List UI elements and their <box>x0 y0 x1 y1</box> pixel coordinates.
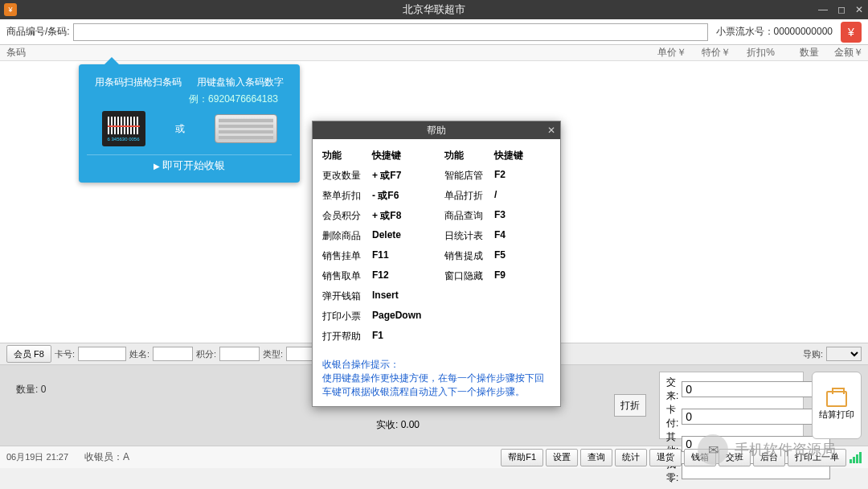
member-button[interactable]: 会员 F8 <box>6 345 51 363</box>
help-dialog: 帮助 ✕ 功能快捷键 更改数量+ 或F7整单折扣- 或F6会员积分+ 或F8删除… <box>312 121 561 407</box>
guide-select[interactable] <box>826 347 862 361</box>
barcode-icon: 6 345630 0056 <box>102 111 145 146</box>
minimize-button[interactable]: — <box>818 4 828 15</box>
name-label: 姓名: <box>129 348 149 360</box>
card-input[interactable] <box>78 347 126 361</box>
help-row: 会员积分+ 或F8 <box>322 206 428 226</box>
col-price: 单价￥ <box>647 46 691 60</box>
hint-tooltip: 用条码扫描枪扫条码 用键盘输入条码数字 例：6920476664183 6 34… <box>79 64 300 183</box>
qty-display: 数量: 0 <box>16 376 358 397</box>
help-row: 整单折扣- 或F6 <box>322 186 428 206</box>
window-title: 北京华联超市 <box>403 2 465 17</box>
maximize-button[interactable]: ◻ <box>837 4 845 15</box>
help-row: 商品查询F3 <box>444 206 551 226</box>
hint-type: 用键盘输入条码数字 <box>197 76 284 89</box>
app-icon: ¥ <box>4 3 17 16</box>
hint-example: 例：6920476664183 <box>87 92 292 106</box>
hint-scan: 用条码扫描枪扫条码 <box>95 76 182 89</box>
type-label: 类型: <box>263 348 283 360</box>
toolbar-button[interactable]: 帮助F1 <box>501 449 543 466</box>
grid-header: 条码 单价￥ 特价￥ 折扣% 数量 金额￥ <box>0 45 868 61</box>
toolbar-button[interactable]: 查询 <box>580 449 612 466</box>
datetime: 06月19日 21:27 <box>6 451 68 463</box>
guide-label: 导购: <box>803 348 823 360</box>
cash-label: 交来: <box>666 376 678 403</box>
col-amount: 金额￥ <box>824 46 868 60</box>
help-row: 日统计表F4 <box>444 226 551 246</box>
help-row: 更改数量+ 或F7 <box>322 166 428 186</box>
toolbar-button[interactable]: 设置 <box>546 449 578 466</box>
help-row: 弹开钱箱Insert <box>322 286 428 306</box>
actual-display: 实收: 0.00 <box>376 406 601 434</box>
or-text: 或 <box>175 122 185 136</box>
barcode-label: 商品编号/条码: <box>6 25 70 39</box>
hint-start: 即可开始收银 <box>87 154 292 175</box>
toolbar-button[interactable]: 退货 <box>649 449 682 466</box>
cash-input[interactable] <box>682 381 830 397</box>
discount-button[interactable]: 打折 <box>614 394 646 417</box>
close-button[interactable]: ✕ <box>855 4 863 15</box>
window-titlebar: ¥ 北京华联超市 — ◻ ✕ <box>0 0 868 19</box>
toolbar-button[interactable]: 统计 <box>615 449 647 466</box>
name-input[interactable] <box>153 347 193 361</box>
settle-button[interactable]: 结算打印 <box>812 372 862 439</box>
help-row: 删除商品Delete <box>322 226 428 246</box>
help-row: 智能店管F2 <box>444 166 551 186</box>
help-row: 销售挂单F11 <box>322 246 428 266</box>
wechat-watermark: ✉ 手机软件资源局 <box>698 434 836 465</box>
currency-icon[interactable]: ¥ <box>841 22 862 43</box>
printer-icon <box>826 391 847 407</box>
help-row: 销售取单F12 <box>322 266 428 286</box>
card-pay-label: 卡付: <box>666 403 678 430</box>
signal-icon <box>850 452 862 463</box>
card-label: 卡号: <box>55 348 75 360</box>
points-input[interactable] <box>219 347 260 361</box>
col-qty: 数量 <box>780 46 824 60</box>
points-label: 积分: <box>196 348 216 360</box>
col-discount: 折扣% <box>735 46 780 60</box>
payment-box: 交来: 卡付: 其他: 找零: <box>659 372 804 439</box>
barcode-input[interactable] <box>73 23 708 41</box>
help-row: 窗口隐藏F9 <box>444 266 551 286</box>
receipt-label: 小票流水号：00000000000 <box>716 25 833 39</box>
help-row: 打印小票PageDown <box>322 306 428 327</box>
card-pay-input[interactable] <box>682 409 830 425</box>
help-close-button[interactable]: ✕ <box>547 125 555 136</box>
cashier-info: 收银员：A <box>84 450 129 464</box>
barcode-bar: 商品编号/条码: 小票流水号：00000000000 ¥ <box>0 19 868 45</box>
col-barcode: 条码 <box>0 46 40 60</box>
wechat-icon: ✉ <box>698 434 728 465</box>
col-special: 特价￥ <box>691 46 735 60</box>
help-row: 销售提成F5 <box>444 246 551 266</box>
help-row: 打开帮助F1 <box>322 327 428 347</box>
keyboard-icon <box>215 114 277 143</box>
help-row: 单品打折/ <box>444 186 551 206</box>
help-title: 帮助 ✕ <box>313 121 560 139</box>
help-tip: 收银台操作提示： 使用键盘操作更快捷方便，在每一个操作步骤按下回车键可根据收银流… <box>313 353 560 406</box>
